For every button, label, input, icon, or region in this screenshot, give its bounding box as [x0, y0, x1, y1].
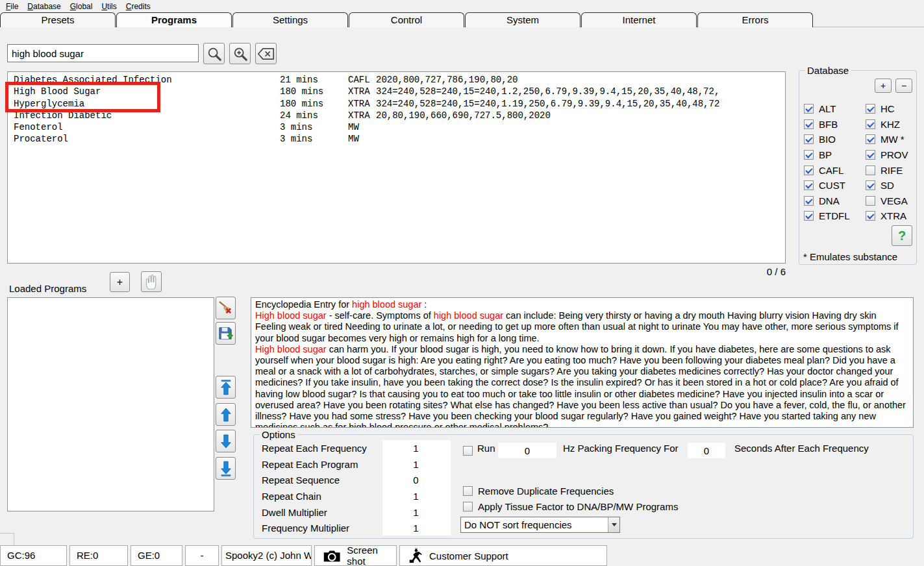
- packing-frequency-input[interactable]: [498, 443, 556, 458]
- options-panel: Options Repeat Each Frequency 1 Repeat E…: [253, 434, 914, 539]
- program-row[interactable]: Fenoterol 3 mins MW: [14, 121, 785, 133]
- option-value-cell[interactable]: 1: [382, 491, 449, 502]
- tab[interactable]: Programs: [116, 12, 232, 27]
- checkbox[interactable]: [804, 134, 814, 144]
- database-filter[interactable]: BIO: [804, 132, 850, 147]
- database-filter[interactable]: MW *: [866, 132, 908, 147]
- database-column-right: HC KHZ MW * PROV RIFE SD VEGA XT: [866, 101, 908, 224]
- option-value-cell[interactable]: 1: [382, 459, 449, 470]
- program-source: XTRA: [348, 110, 376, 121]
- tab[interactable]: Presets: [0, 12, 116, 27]
- menu-item[interactable]: Utils: [97, 2, 121, 11]
- program-row[interactable]: Infection Diabetic 24 mins XTRA20,80,190…: [14, 110, 785, 121]
- apply-tissue-factor-option[interactable]: Apply Tissue Factor to DNA/BP/MW Program…: [463, 501, 678, 512]
- program-source: MW: [348, 121, 376, 133]
- checkbox[interactable]: [866, 150, 875, 160]
- database-filter[interactable]: CUST: [804, 178, 850, 193]
- checkbox[interactable]: [804, 119, 814, 129]
- option-label: Frequency Multiplier: [262, 523, 382, 534]
- database-filter[interactable]: RIFE: [866, 162, 908, 178]
- checkbox[interactable]: [866, 166, 875, 175]
- move-down-button[interactable]: [216, 430, 236, 452]
- checkbox[interactable]: [804, 196, 814, 206]
- status-cell: GE:0: [131, 545, 182, 566]
- customer-support-button[interactable]: Customer Support: [399, 545, 607, 566]
- menu-item[interactable]: Global: [66, 2, 97, 11]
- database-filter[interactable]: DNA: [804, 193, 850, 209]
- add-program-button[interactable]: +: [110, 272, 130, 292]
- tab[interactable]: System: [465, 12, 581, 27]
- program-list[interactable]: Diabetes Associated Infection 21 mins CA…: [7, 71, 786, 264]
- checkbox[interactable]: [463, 486, 473, 496]
- status-cells: GC:96RE:0GE:0-Spooky2 (c) John White 202…: [0, 545, 312, 566]
- database-filter[interactable]: ETDFL: [804, 208, 850, 224]
- sort-frequencies-dropdown[interactable]: Do NOT sort frequencies: [460, 517, 620, 533]
- program-row[interactable]: High Blood Sugar 180 mins XTRA324=240,52…: [14, 86, 785, 97]
- remove-duplicates-option[interactable]: Remove Duplicate Frequencies: [463, 486, 614, 497]
- help-button[interactable]: ?: [892, 225, 912, 246]
- clear-search-button[interactable]: [255, 43, 277, 64]
- menu-item[interactable]: File: [1, 2, 23, 11]
- tab[interactable]: Errors: [697, 12, 813, 27]
- checkbox[interactable]: [866, 180, 875, 190]
- option-value-cell[interactable]: 1: [382, 443, 449, 454]
- database-filter[interactable]: KHZ: [866, 117, 908, 132]
- menu-item[interactable]: Credits: [121, 2, 155, 11]
- save-loaded-button[interactable]: [216, 322, 236, 345]
- option-value-cell[interactable]: 1: [382, 523, 449, 534]
- menu-item[interactable]: Database: [23, 2, 65, 11]
- move-up-button[interactable]: [216, 403, 236, 426]
- deselect-all-databases-button[interactable]: −: [895, 79, 912, 93]
- database-filter[interactable]: BP: [804, 147, 850, 163]
- hold-button[interactable]: [141, 271, 162, 292]
- packing-seconds-input[interactable]: [688, 443, 725, 458]
- checkbox[interactable]: [866, 104, 875, 114]
- database-filter[interactable]: PROV: [866, 147, 908, 163]
- run-checkbox[interactable]: [463, 446, 473, 456]
- checkbox[interactable]: [804, 180, 814, 190]
- program-name: Infection Diabetic: [14, 110, 280, 121]
- database-filter[interactable]: SD: [866, 178, 908, 193]
- tab[interactable]: Control: [349, 12, 464, 27]
- database-filter-label: HC: [880, 103, 895, 114]
- tab[interactable]: Settings: [232, 12, 348, 27]
- database-filter[interactable]: HC: [866, 101, 908, 117]
- database-filter-label: KHZ: [880, 119, 900, 130]
- database-filter[interactable]: ALT: [804, 101, 850, 117]
- database-filter[interactable]: XTRA: [866, 208, 908, 224]
- checkbox[interactable]: [804, 104, 814, 114]
- program-row[interactable]: Hyperglycemia 180 mins XTRA324=240,528=2…: [14, 98, 785, 110]
- checkbox[interactable]: [866, 211, 875, 221]
- program-row[interactable]: Procaterol 3 mins MW: [14, 133, 785, 145]
- option-value-cell[interactable]: 1: [382, 507, 449, 518]
- clear-loaded-button[interactable]: [216, 297, 236, 319]
- checkbox[interactable]: [463, 502, 473, 511]
- program-row[interactable]: Diabetes Associated Infection 21 mins CA…: [14, 74, 785, 86]
- checkbox[interactable]: [804, 211, 814, 221]
- remove-duplicates-label: Remove Duplicate Frequencies: [478, 486, 614, 497]
- checkbox[interactable]: [804, 166, 814, 175]
- checkbox[interactable]: [866, 119, 875, 129]
- select-all-databases-button[interactable]: +: [875, 79, 892, 93]
- program-source: XTRA: [348, 98, 376, 110]
- move-to-top-button[interactable]: [216, 376, 236, 399]
- checkbox[interactable]: [866, 196, 875, 206]
- checkbox[interactable]: [804, 150, 814, 160]
- database-panel-title: Database: [805, 65, 851, 76]
- database-filter[interactable]: VEGA: [866, 193, 908, 209]
- database-filter[interactable]: CAFL: [804, 162, 850, 178]
- panel-corner: [0, 533, 14, 545]
- search-input[interactable]: [7, 44, 199, 62]
- search-button[interactable]: [203, 43, 225, 64]
- encyclopedia-entry[interactable]: Encyclopedia Entry for high blood sugar …: [251, 297, 914, 428]
- dropdown-button[interactable]: [608, 517, 619, 532]
- checkbox[interactable]: [866, 134, 875, 144]
- zoom-search-button[interactable]: [229, 43, 251, 64]
- tab[interactable]: Internet: [581, 12, 697, 27]
- loaded-programs-list[interactable]: [7, 297, 214, 511]
- option-value-cell[interactable]: 0: [382, 474, 449, 486]
- support-person-icon: [408, 548, 423, 563]
- database-filter[interactable]: BFB: [804, 117, 850, 132]
- move-to-bottom-button[interactable]: [216, 457, 236, 480]
- screenshot-button[interactable]: Screen shot: [314, 545, 397, 566]
